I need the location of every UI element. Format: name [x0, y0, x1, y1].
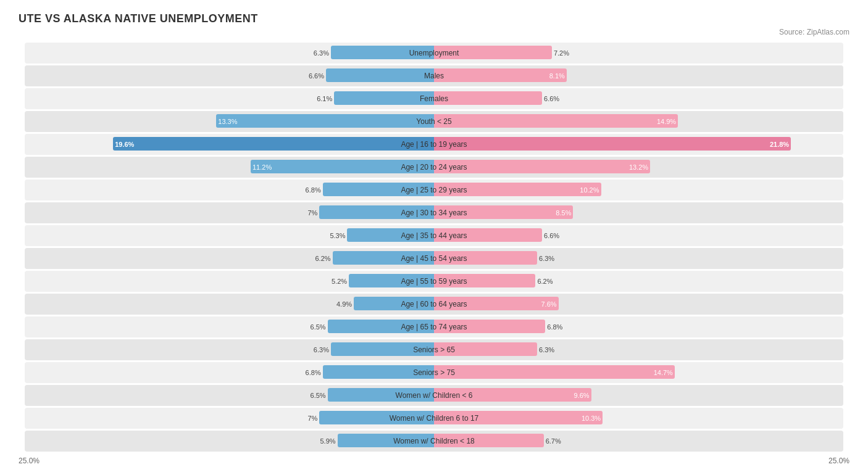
blue-bar [113, 137, 434, 151]
value-left: 6.3% [314, 49, 329, 57]
value-left: 4.9% [336, 300, 352, 308]
axis-left: 25.0% [19, 457, 40, 465]
blue-bar [328, 388, 434, 402]
value-right: 13.2% [629, 163, 648, 171]
value-right: 7.6% [541, 300, 556, 308]
bar-row: Age | 30 to 34 years7%8.5% [25, 202, 843, 223]
value-left: 6.5% [311, 392, 326, 399]
blue-bar [326, 68, 434, 82]
bar-row: Women w/ Children < 66.5%9.6% [25, 385, 843, 406]
bar-row: Women w/ Children 6 to 177%10.3% [25, 408, 843, 429]
pink-bar [434, 91, 542, 105]
blue-bar [216, 114, 434, 128]
value-right: 6.6% [544, 95, 559, 102]
axis-row: 25.0% 25.0% [19, 457, 849, 465]
value-right: 6.6% [544, 232, 559, 239]
pink-bar [434, 228, 542, 242]
blue-bar [323, 365, 434, 379]
value-right: 6.3% [539, 346, 554, 353]
value-right: 14.7% [654, 369, 673, 376]
blue-bar [349, 274, 434, 287]
blue-bar [319, 205, 434, 219]
pink-bar [434, 434, 544, 447]
blue-bar [331, 46, 434, 59]
pink-bar [434, 274, 535, 287]
bar-row: Age | 16 to 19 years19.6%21.8% [25, 134, 843, 155]
value-left: 19.6% [115, 141, 134, 148]
pink-bar [434, 46, 552, 59]
value-left: 6.8% [306, 369, 321, 376]
value-right: 9.6% [574, 392, 590, 399]
bar-row: Age | 55 to 59 years5.2%6.2% [25, 271, 843, 292]
value-left: 5.3% [330, 232, 345, 239]
pink-bar [434, 388, 591, 402]
blue-bar [333, 251, 434, 265]
value-left: 6.2% [315, 255, 331, 262]
blue-bar [354, 297, 434, 310]
pink-bar [434, 137, 791, 151]
axis-right: 25.0% [828, 457, 849, 465]
value-left: 6.6% [309, 72, 324, 80]
blue-bar [334, 91, 434, 105]
pink-bar [434, 68, 567, 82]
value-left: 13.3% [218, 118, 237, 125]
value-right: 6.7% [546, 437, 561, 445]
value-right: 8.5% [556, 209, 571, 217]
blue-bar [347, 228, 434, 242]
value-right: 6.2% [537, 278, 553, 285]
bar-row: Women w/ Children < 185.9%6.7% [25, 431, 843, 452]
pink-bar [434, 297, 559, 310]
bar-row: Females6.1%6.6% [25, 88, 843, 109]
bar-row: Age | 65 to 74 years6.5%6.8% [25, 316, 843, 337]
blue-bar [323, 183, 434, 196]
pink-bar [434, 320, 545, 333]
pink-bar [434, 160, 650, 173]
blue-bar [251, 160, 434, 173]
page-title: UTE VS ALASKA NATIVE UNEMPLOYMENT [19, 12, 849, 25]
chart-container: Unemployment6.3%7.2%Males6.6%8.1%Females… [19, 43, 849, 452]
value-left: 6.1% [317, 95, 332, 102]
pink-bar [434, 365, 675, 379]
blue-bar [328, 320, 434, 333]
blue-bar [331, 342, 434, 356]
pink-bar [434, 411, 603, 424]
value-right: 10.2% [580, 186, 599, 194]
value-left: 6.8% [306, 186, 321, 194]
bar-row: Age | 25 to 29 years6.8%10.2% [25, 180, 843, 200]
pink-bar [434, 205, 573, 219]
value-right: 6.3% [539, 255, 554, 262]
value-left: 5.9% [320, 437, 335, 445]
value-right: 21.8% [770, 141, 789, 148]
pink-bar [434, 183, 601, 196]
bar-row: Age | 45 to 54 years6.2%6.3% [25, 248, 843, 269]
value-right: 8.1% [549, 72, 565, 80]
value-left: 7% [307, 209, 317, 217]
pink-bar [434, 342, 537, 356]
value-right: 10.3% [582, 415, 601, 422]
value-left: 7% [307, 415, 317, 422]
blue-bar [338, 434, 434, 447]
pink-bar [434, 251, 537, 265]
bar-row: Age | 35 to 44 years5.3%6.6% [25, 225, 843, 246]
value-left: 6.3% [314, 346, 329, 353]
pink-bar [434, 114, 678, 128]
bar-row: Age | 20 to 24 years11.2%13.2% [25, 157, 843, 178]
source-label: Source: ZipAtlas.com [19, 28, 849, 36]
value-right: 14.9% [657, 118, 676, 125]
bar-row: Males6.6%8.1% [25, 65, 843, 86]
value-left: 11.2% [252, 163, 272, 171]
bar-row: Youth < 2513.3%14.9% [25, 111, 843, 132]
bar-row: Seniors > 656.3%6.3% [25, 339, 843, 360]
bar-row: Unemployment6.3%7.2% [25, 43, 843, 64]
bar-row: Seniors > 756.8%14.7% [25, 362, 843, 383]
bar-row: Age | 60 to 64 years4.9%7.6% [25, 294, 843, 315]
value-right: 6.8% [547, 323, 562, 331]
value-right: 7.2% [554, 49, 569, 57]
blue-bar [319, 411, 434, 424]
value-left: 6.5% [311, 323, 326, 331]
value-left: 5.2% [332, 278, 347, 285]
